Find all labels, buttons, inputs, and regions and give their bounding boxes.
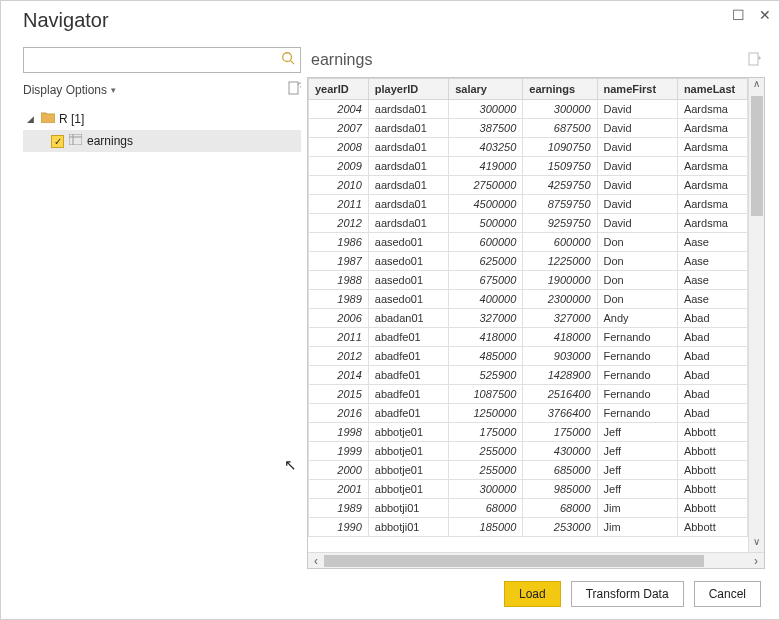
table-cell: 675000 bbox=[449, 271, 523, 290]
search-input[interactable] bbox=[23, 47, 301, 73]
column-header[interactable]: yearID bbox=[309, 79, 369, 100]
table-row[interactable]: 1989abbotji016800068000JimAbbott bbox=[309, 499, 748, 518]
table-cell: Aardsma bbox=[677, 195, 747, 214]
tree-root-node[interactable]: ◢ R [1] bbox=[23, 108, 301, 130]
table-cell: 419000 bbox=[449, 157, 523, 176]
table-row[interactable]: 2015abadfe0110875002516400FernandoAbad bbox=[309, 385, 748, 404]
table-row[interactable]: 2012aardsda015000009259750DavidAardsma bbox=[309, 214, 748, 233]
load-button[interactable]: Load bbox=[504, 581, 561, 607]
table-row[interactable]: 2016abadfe0112500003766400FernandoAbad bbox=[309, 404, 748, 423]
table-row[interactable]: 2008aardsda014032501090750DavidAardsma bbox=[309, 138, 748, 157]
column-header[interactable]: nameLast bbox=[677, 79, 747, 100]
table-cell: aardsda01 bbox=[368, 138, 448, 157]
table-cell: Jeff bbox=[597, 480, 677, 499]
table-cell: 1998 bbox=[309, 423, 369, 442]
table-row[interactable]: 2011aardsda0145000008759750DavidAardsma bbox=[309, 195, 748, 214]
table-row[interactable]: 2000abbotje01255000685000JeffAbbott bbox=[309, 461, 748, 480]
table-cell: Abbott bbox=[677, 480, 747, 499]
table-cell: 430000 bbox=[523, 442, 597, 461]
table-cell: 175000 bbox=[449, 423, 523, 442]
table-row[interactable]: 2011abadfe01418000418000FernandoAbad bbox=[309, 328, 748, 347]
table-cell: 1509750 bbox=[523, 157, 597, 176]
scroll-up-icon[interactable]: ∧ bbox=[749, 78, 764, 94]
vertical-scrollbar[interactable]: ∧ ∨ bbox=[748, 78, 764, 552]
table-row[interactable]: 2014abadfe015259001428900FernandoAbad bbox=[309, 366, 748, 385]
display-options-dropdown[interactable]: Display Options ▾ bbox=[23, 81, 301, 98]
table-cell: abadfe01 bbox=[368, 404, 448, 423]
table-cell: 1250000 bbox=[449, 404, 523, 423]
table-cell: Jeff bbox=[597, 461, 677, 480]
table-row[interactable]: 1988aasedo016750001900000DonAase bbox=[309, 271, 748, 290]
scroll-right-icon[interactable]: › bbox=[748, 554, 764, 568]
folder-icon bbox=[41, 112, 55, 126]
table-cell: abadfe01 bbox=[368, 385, 448, 404]
tree-item-earnings[interactable]: ✓ earnings bbox=[23, 130, 301, 152]
table-row[interactable]: 2006abadan01327000327000AndyAbad bbox=[309, 309, 748, 328]
column-header[interactable]: nameFirst bbox=[597, 79, 677, 100]
window-close-icon[interactable]: ✕ bbox=[759, 8, 771, 22]
table-row[interactable]: 2004aardsda01300000300000DavidAardsma bbox=[309, 100, 748, 119]
table-cell: 300000 bbox=[449, 480, 523, 499]
table-icon bbox=[69, 134, 82, 148]
cancel-button[interactable]: Cancel bbox=[694, 581, 761, 607]
table-row[interactable]: 2012abadfe01485000903000FernandoAbad bbox=[309, 347, 748, 366]
table-cell: aardsda01 bbox=[368, 176, 448, 195]
table-cell: abbotji01 bbox=[368, 518, 448, 537]
table-cell: 1990 bbox=[309, 518, 369, 537]
table-cell: 387500 bbox=[449, 119, 523, 138]
preview-grid: yearIDplayerIDsalaryearningsnameFirstnam… bbox=[308, 78, 748, 537]
table-cell: Abad bbox=[677, 328, 747, 347]
window-maximize-icon[interactable]: ☐ bbox=[732, 8, 745, 22]
scroll-left-icon[interactable]: ‹ bbox=[308, 554, 324, 568]
table-cell: aasedo01 bbox=[368, 271, 448, 290]
scroll-down-icon[interactable]: ∨ bbox=[749, 536, 764, 552]
transform-data-button[interactable]: Transform Data bbox=[571, 581, 684, 607]
table-row[interactable]: 2009aardsda014190001509750DavidAardsma bbox=[309, 157, 748, 176]
column-header[interactable]: earnings bbox=[523, 79, 597, 100]
table-row[interactable]: 1987aasedo016250001225000DonAase bbox=[309, 252, 748, 271]
table-cell: 1989 bbox=[309, 499, 369, 518]
table-cell: 600000 bbox=[523, 233, 597, 252]
table-cell: David bbox=[597, 195, 677, 214]
table-cell: Abbott bbox=[677, 442, 747, 461]
table-cell: abadfe01 bbox=[368, 366, 448, 385]
tree-item-label: earnings bbox=[87, 134, 133, 148]
table-cell: 3766400 bbox=[523, 404, 597, 423]
table-cell: 2001 bbox=[309, 480, 369, 499]
refresh-page-icon[interactable] bbox=[288, 81, 301, 98]
table-cell: Aardsma bbox=[677, 100, 747, 119]
scroll-thumb-horizontal[interactable] bbox=[324, 555, 704, 567]
table-cell: 300000 bbox=[449, 100, 523, 119]
table-cell: aardsda01 bbox=[368, 119, 448, 138]
table-cell: aardsda01 bbox=[368, 157, 448, 176]
table-cell: Abad bbox=[677, 347, 747, 366]
table-cell: Don bbox=[597, 290, 677, 309]
table-row[interactable]: 1999abbotje01255000430000JeffAbbott bbox=[309, 442, 748, 461]
table-row[interactable]: 1986aasedo01600000600000DonAase bbox=[309, 233, 748, 252]
table-row[interactable]: 2001abbotje01300000985000JeffAbbott bbox=[309, 480, 748, 499]
preview-options-icon[interactable] bbox=[748, 52, 761, 69]
table-row[interactable]: 1989aasedo014000002300000DonAase bbox=[309, 290, 748, 309]
table-row[interactable]: 1998abbotje01175000175000JeffAbbott bbox=[309, 423, 748, 442]
table-cell: 1428900 bbox=[523, 366, 597, 385]
table-cell: 255000 bbox=[449, 461, 523, 480]
table-cell: abadfe01 bbox=[368, 347, 448, 366]
column-header[interactable]: playerID bbox=[368, 79, 448, 100]
table-row[interactable]: 1990abbotji01185000253000JimAbbott bbox=[309, 518, 748, 537]
table-cell: 1999 bbox=[309, 442, 369, 461]
table-cell: aardsda01 bbox=[368, 100, 448, 119]
horizontal-scrollbar[interactable]: ‹ › bbox=[308, 552, 764, 568]
table-cell: Abbott bbox=[677, 518, 747, 537]
table-cell: 2300000 bbox=[523, 290, 597, 309]
table-cell: 2010 bbox=[309, 176, 369, 195]
table-row[interactable]: 2007aardsda01387500687500DavidAardsma bbox=[309, 119, 748, 138]
tree-collapse-icon[interactable]: ◢ bbox=[27, 114, 37, 124]
table-cell: Abbott bbox=[677, 499, 747, 518]
scroll-thumb-vertical[interactable] bbox=[751, 96, 763, 216]
tree-item-checkbox[interactable]: ✓ bbox=[51, 135, 64, 148]
table-cell: Aase bbox=[677, 252, 747, 271]
table-row[interactable]: 2010aardsda0127500004259750DavidAardsma bbox=[309, 176, 748, 195]
table-cell: 2012 bbox=[309, 214, 369, 233]
table-cell: 185000 bbox=[449, 518, 523, 537]
column-header[interactable]: salary bbox=[449, 79, 523, 100]
